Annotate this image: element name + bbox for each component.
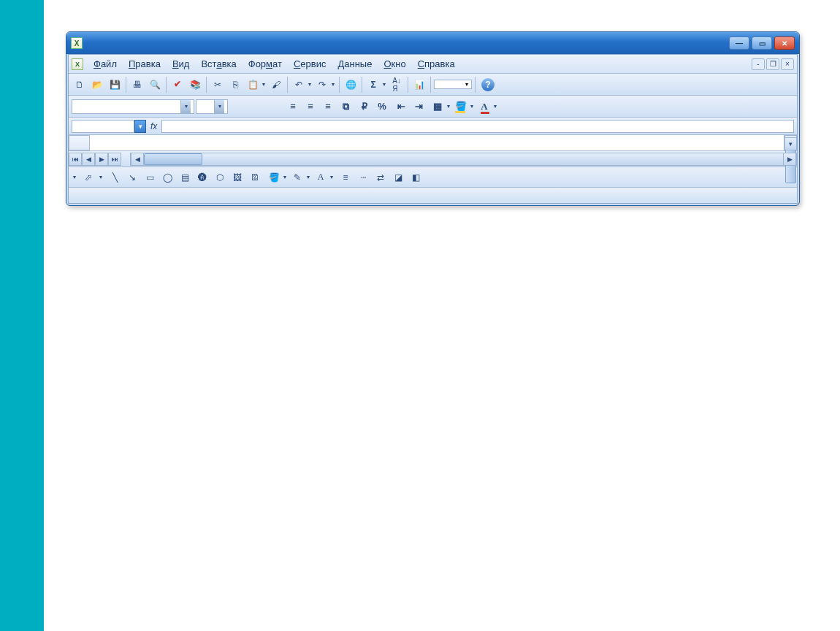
font-size-combo[interactable]: ▾ xyxy=(196,99,228,114)
horizontal-scrollbar[interactable]: ◀ ▶ xyxy=(130,153,797,166)
underline-button[interactable] xyxy=(266,99,282,115)
name-box-dropdown[interactable]: ▾ xyxy=(134,120,146,133)
scroll-down-button[interactable]: ▾ xyxy=(784,137,797,150)
decrease-indent-button[interactable]: ⇤ xyxy=(393,99,409,115)
save-button[interactable]: 💾 xyxy=(107,77,123,93)
chart-wizard-button[interactable]: 📊 xyxy=(411,77,427,93)
font-color-draw-button[interactable]: A xyxy=(313,169,329,186)
zoom-combo[interactable]: ▾ xyxy=(434,80,472,89)
minimize-button[interactable]: — xyxy=(729,37,749,50)
annotation-arrows xyxy=(69,135,726,150)
research-button[interactable]: 📚 xyxy=(187,77,203,93)
fill-color-dropdown[interactable]: ▾ xyxy=(469,103,475,110)
redo-dropdown[interactable]: ▾ xyxy=(330,81,336,88)
print-preview-button[interactable]: 🔍 xyxy=(147,77,163,93)
align-right-button[interactable]: ≡ xyxy=(320,99,336,115)
wordart-button[interactable]: 🅐 xyxy=(194,169,210,186)
doc-close-button[interactable]: × xyxy=(781,58,794,70)
workbook-icon: X xyxy=(72,58,83,70)
vertical-scrollbar[interactable]: ▴ ▾ xyxy=(784,135,797,150)
menu-window[interactable]: Окно xyxy=(378,56,411,72)
arrow-button[interactable]: ↘ xyxy=(124,169,140,186)
diagram-button[interactable]: ⬡ xyxy=(212,169,228,186)
menu-help[interactable]: Справка xyxy=(412,56,461,72)
arrow-style-button[interactable]: ⇄ xyxy=(373,169,389,186)
close-button[interactable]: ✕ xyxy=(774,37,795,50)
line-button[interactable]: ╲ xyxy=(107,169,123,186)
tab-prev-button[interactable]: ◀ xyxy=(82,153,95,166)
open-button[interactable]: 📂 xyxy=(89,77,105,93)
print-button[interactable]: 🖶 xyxy=(129,77,145,93)
hyperlink-button[interactable]: 🌐 xyxy=(343,77,359,93)
fill-color-button[interactable]: 🪣 xyxy=(453,99,469,115)
shadow-button[interactable]: ◪ xyxy=(390,169,406,186)
copy-button[interactable]: ⎘ xyxy=(227,77,243,93)
drawing-toolbar: ▾ ⬀ ▾ ╲ ↘ ▭ ◯ ▤ 🅐 ⬡ 🖼 🖻 🪣▾ ✎▾ A▾ ≡ xyxy=(69,167,797,187)
tab-last-button[interactable]: ⏭ xyxy=(108,153,121,166)
name-box[interactable] xyxy=(72,120,134,133)
doc-restore-button[interactable]: ❐ xyxy=(766,58,779,70)
percent-button[interactable]: % xyxy=(374,99,390,115)
align-left-button[interactable]: ≡ xyxy=(285,99,301,115)
menu-insert[interactable]: Вставка xyxy=(195,56,242,72)
line-style-button[interactable]: ≡ xyxy=(337,169,354,186)
formatting-toolbar: ▾ ▾ ≡ ≡ ≡ ⧉ ₽ % ⇤ ⇥ ▦▾ 🪣▾ A▾ xyxy=(69,96,797,118)
increase-indent-button[interactable]: ⇥ xyxy=(411,99,427,115)
undo-button[interactable]: ↶ xyxy=(291,77,307,93)
rectangle-button[interactable]: ▭ xyxy=(142,169,158,186)
fx-icon[interactable]: fx xyxy=(150,121,157,131)
borders-button[interactable]: ▦ xyxy=(429,99,446,115)
redo-button[interactable]: ↷ xyxy=(314,77,330,93)
undo-dropdown[interactable]: ▾ xyxy=(307,81,313,88)
formula-bar[interactable] xyxy=(161,120,794,133)
oval-button[interactable]: ◯ xyxy=(159,169,175,186)
picture-button[interactable]: 🖻 xyxy=(247,169,263,186)
textbox-button[interactable]: ▤ xyxy=(177,169,193,186)
scroll-left-button[interactable]: ◀ xyxy=(131,153,144,165)
autosum-button[interactable]: Σ xyxy=(365,77,381,93)
select-all-corner[interactable] xyxy=(69,136,90,150)
autosum-dropdown[interactable]: ▾ xyxy=(381,81,387,88)
sort-asc-button[interactable]: А↓Я xyxy=(389,77,405,93)
excel-icon: X xyxy=(71,37,83,49)
tab-first-button[interactable]: ⏮ xyxy=(69,153,82,166)
tab-next-button[interactable]: ▶ xyxy=(95,153,108,166)
spelling-button[interactable]: ✔ xyxy=(169,77,186,93)
borders-dropdown[interactable]: ▾ xyxy=(446,103,451,110)
spreadsheet-grid[interactable] xyxy=(69,135,90,150)
formula-bar-row: ▾ fx xyxy=(69,118,797,135)
title-bar[interactable]: X — ▭ ✕ xyxy=(66,32,799,54)
menu-view[interactable]: Вид xyxy=(167,56,196,72)
scroll-right-button[interactable]: ▶ xyxy=(783,153,796,165)
menu-data[interactable]: Данные xyxy=(332,56,378,72)
hscroll-thumb[interactable] xyxy=(144,153,202,165)
font-color-dropdown[interactable]: ▾ xyxy=(492,103,498,110)
select-objects-button[interactable]: ⬀ xyxy=(80,169,96,186)
currency-button[interactable]: ₽ xyxy=(356,99,373,115)
excel-window: X — ▭ ✕ X Файл Правка Вид Вставка Формат… xyxy=(66,31,800,206)
font-combo[interactable]: ▾ xyxy=(72,99,194,114)
dash-style-button[interactable]: ┄ xyxy=(355,169,371,186)
menu-tools[interactable]: Сервис xyxy=(288,56,332,72)
font-color-button[interactable]: A xyxy=(476,99,492,115)
bold-button[interactable] xyxy=(231,99,247,115)
status-bar xyxy=(69,187,797,203)
fill-color-draw-button[interactable]: 🪣 xyxy=(266,169,282,186)
italic-button[interactable] xyxy=(248,99,264,115)
menu-file[interactable]: Файл xyxy=(88,56,123,72)
line-color-button[interactable]: ✎ xyxy=(289,169,305,186)
cut-button[interactable]: ✂ xyxy=(210,77,226,93)
paste-button[interactable]: 📋 xyxy=(245,77,261,93)
menu-edit[interactable]: Правка xyxy=(123,56,167,72)
paste-dropdown[interactable]: ▾ xyxy=(261,81,267,88)
menu-format[interactable]: Формат xyxy=(243,56,288,72)
align-center-button[interactable]: ≡ xyxy=(302,99,318,115)
help-button[interactable]: ? xyxy=(481,78,495,91)
new-button[interactable]: 🗋 xyxy=(72,77,88,93)
maximize-button[interactable]: ▭ xyxy=(752,37,772,50)
3d-button[interactable]: ◧ xyxy=(408,169,424,186)
merge-center-button[interactable]: ⧉ xyxy=(337,99,354,115)
format-painter-button[interactable]: 🖌 xyxy=(268,77,284,93)
doc-minimize-button[interactable]: - xyxy=(752,58,765,70)
clipart-button[interactable]: 🖼 xyxy=(229,169,245,186)
